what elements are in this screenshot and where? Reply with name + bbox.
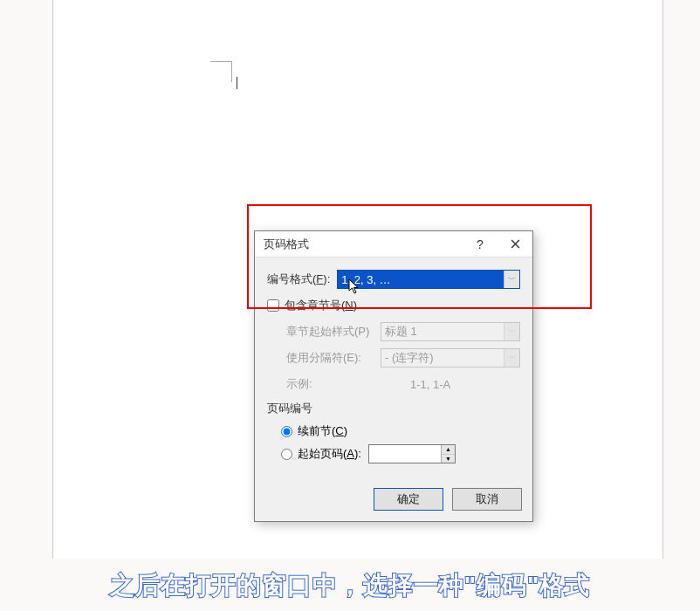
- include-chapter-row: 包含章节号(N): [267, 296, 520, 315]
- include-chapter-checkbox[interactable]: [267, 299, 279, 312]
- close-icon: [511, 239, 520, 249]
- chevron-down-icon: ﹀: [504, 323, 519, 340]
- number-format-row: 编号格式(F): 1, 2, 3, … ﹀: [267, 270, 520, 289]
- number-format-label: 编号格式(F):: [267, 271, 330, 287]
- example-row: 示例: 1-1, 1-A: [286, 374, 520, 394]
- page-corner-mark: [210, 61, 245, 96]
- separator-label: 使用分隔符(E):: [286, 350, 374, 366]
- tutorial-caption: 之后在打开的窗口中，选择一种"编码"格式: [0, 569, 700, 602]
- separator-row: 使用分隔符(E): - (连字符) ﹀: [286, 348, 520, 367]
- dialog-title: 页码格式: [264, 237, 309, 252]
- continue-previous-row: 续前节(C): [281, 422, 520, 441]
- example-label: 示例:: [286, 376, 374, 392]
- spin-down-icon[interactable]: ▼: [442, 455, 455, 463]
- separator-combo: - (连字符) ﹀: [381, 348, 520, 367]
- chevron-down-icon: ﹀: [504, 349, 519, 367]
- cancel-button[interactable]: 取消: [452, 488, 522, 511]
- include-chapter-label: 包含章节号(N): [285, 298, 357, 313]
- help-button[interactable]: ?: [463, 231, 498, 257]
- start-at-label: 起始页码(A):: [298, 446, 361, 462]
- chapter-style-label: 章节起始样式(P): [286, 324, 374, 340]
- example-value: 1-1, 1-A: [410, 378, 450, 391]
- dialog-footer: 确定 取消: [255, 481, 532, 521]
- page-numbering-label: 页码编号: [267, 401, 520, 416]
- spin-up-icon[interactable]: ▲: [442, 445, 455, 455]
- chapter-style-row: 章节起始样式(P) 标题 1 ﹀: [286, 322, 520, 341]
- page-number-format-dialog: 页码格式 ? 编号格式(F): 1, 2, 3, … ﹀ 包含章节号(N): [254, 230, 533, 522]
- close-button[interactable]: [498, 231, 532, 257]
- continue-previous-radio[interactable]: [281, 426, 292, 437]
- number-format-combo[interactable]: 1, 2, 3, … ﹀: [337, 270, 520, 289]
- start-at-spinner[interactable]: ▲ ▼: [368, 444, 456, 463]
- start-at-row: 起始页码(A): ▲ ▼: [281, 444, 520, 463]
- continue-previous-label: 续前节(C): [298, 423, 347, 439]
- start-at-radio[interactable]: [281, 449, 292, 460]
- chevron-down-icon[interactable]: ﹀: [504, 271, 519, 288]
- ok-button[interactable]: 确定: [374, 488, 443, 511]
- page-numbering-group: 页码编号 续前节(C) 起始页码(A): ▲ ▼: [267, 401, 520, 463]
- chapter-style-combo: 标题 1 ﹀: [381, 322, 520, 341]
- dialog-titlebar[interactable]: 页码格式 ?: [255, 231, 532, 257]
